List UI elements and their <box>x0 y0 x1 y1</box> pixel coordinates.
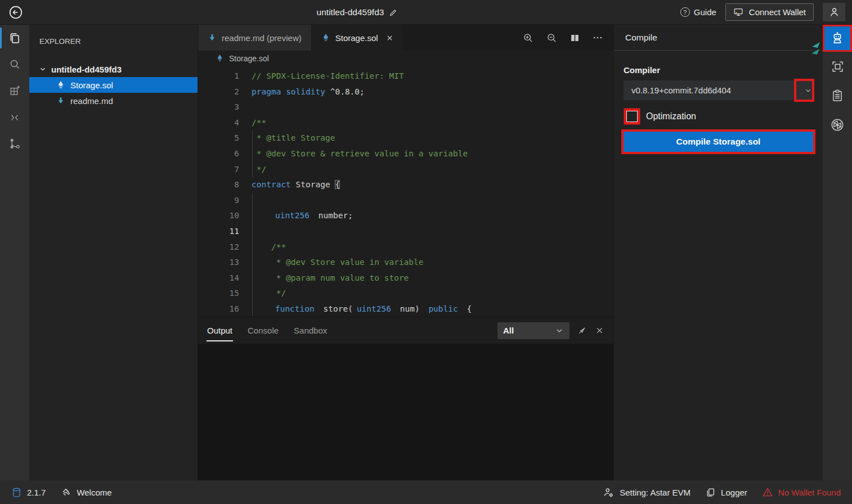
topbar: untitled-dd459fd3 ? Guide Connect Wallet <box>0 0 852 25</box>
code-line[interactable]: 14 * @param num value to store <box>198 271 613 286</box>
version-indicator[interactable]: 2.1.7 <box>11 487 46 498</box>
code-line[interactable]: 6 * @dev Store & retrieve value in a var… <box>198 146 613 162</box>
zoom-out-icon[interactable] <box>546 32 558 44</box>
code-line[interactable]: 9 <box>198 193 613 209</box>
panel-controls: All <box>497 322 604 339</box>
code-line[interactable]: 13 * @dev Store value in variable <box>198 255 613 271</box>
wallet-monitor-icon <box>733 7 744 17</box>
panel-tab-console[interactable]: Console <box>248 326 279 335</box>
files-icon <box>8 32 21 45</box>
code-line[interactable]: 7 */ <box>198 162 613 178</box>
avatar-button[interactable] <box>823 3 845 21</box>
line-content: pragma solidity ^0.8.0; <box>252 84 365 100</box>
welcome-item[interactable]: Welcome <box>60 487 111 498</box>
sidebar-item-plugins[interactable] <box>0 78 29 104</box>
guide-button[interactable]: ? Guide <box>680 7 716 17</box>
question-icon: ? <box>680 7 690 17</box>
app-window: untitled-dd459fd3 ? Guide Connect Wallet <box>0 0 852 504</box>
back-button[interactable] <box>7 3 25 21</box>
code-line[interactable]: 4/** <box>198 115 613 131</box>
line-content: /** <box>252 240 286 255</box>
line-number: 2 <box>198 84 239 100</box>
compiler-select-chevron-annotated[interactable] <box>794 79 814 102</box>
robot-compile-icon <box>830 31 845 46</box>
line-number: 5 <box>198 130 239 146</box>
breadcrumb-file: Storage.sol <box>229 54 269 63</box>
optimization-checkbox[interactable] <box>626 111 638 122</box>
clear-output-icon[interactable] <box>577 325 588 336</box>
project-title-group: untitled-dd459fd3 <box>0 0 783 24</box>
breadcrumb[interactable]: Storage.sol <box>198 51 613 66</box>
sidebar-item-source-control[interactable] <box>0 130 29 157</box>
connect-wallet-label: Connect Wallet <box>749 7 806 17</box>
panel-tab-sandbox[interactable]: Sandbox <box>294 326 327 335</box>
line-number: 7 <box>198 162 239 178</box>
explorer-header: EXPLORER <box>29 25 198 53</box>
panel-item-deploy-interact[interactable] <box>823 52 852 81</box>
root-folder-label: untitled-dd459fd3 <box>51 65 122 74</box>
tree-item-readme-md[interactable]: readme.md <box>29 93 198 109</box>
compile-button[interactable]: Compile Storage.sol <box>624 132 813 152</box>
compiler-version-value: v0.8.19+commit.7dd6d404 <box>624 86 731 95</box>
code-line[interactable]: 3 <box>198 100 613 115</box>
line-number: 4 <box>198 115 239 131</box>
sidebar-item-explorer[interactable] <box>0 25 29 51</box>
chevron-down-icon <box>804 86 812 96</box>
sidebar-item-collapse[interactable] <box>0 104 29 130</box>
line-content: /** <box>252 115 266 131</box>
file-label: Storage.sol <box>70 80 113 90</box>
optimization-option: Optimization <box>624 111 813 122</box>
left-activity-bar <box>0 25 29 480</box>
rename-pencil-icon[interactable] <box>389 8 398 17</box>
logger-item[interactable]: Logger <box>705 487 747 498</box>
file-label: readme.md <box>70 96 113 106</box>
code-line[interactable]: 12 /** <box>198 240 613 255</box>
line-content: * @title Storage <box>252 130 335 146</box>
tab-readme-md[interactable]: readme.md (preview) <box>198 25 312 51</box>
code-editor[interactable]: 1// SPDX-License-Identifier: MIT2pragma … <box>198 66 613 317</box>
panel-tab-output[interactable]: Output <box>207 326 232 335</box>
tree-root-folder[interactable]: untitled-dd459fd3 <box>29 61 198 77</box>
code-line[interactable]: 10 uint256 number; <box>198 208 613 224</box>
code-line[interactable]: 1// SPDX-License-Identifier: MIT <box>198 69 613 84</box>
project-title: untitled-dd459fd3 <box>317 7 384 17</box>
chevron-down-icon <box>39 65 47 73</box>
code-line[interactable]: 5 * @title Storage <box>198 130 613 146</box>
close-tab-icon[interactable] <box>385 34 394 42</box>
code-lines: 1// SPDX-License-Identifier: MIT2pragma … <box>198 69 613 317</box>
split-editor-icon[interactable] <box>570 33 580 43</box>
output-filter-select[interactable]: All <box>497 322 570 339</box>
zoom-in-icon[interactable] <box>522 32 534 44</box>
close-panel-icon[interactable] <box>595 326 604 335</box>
optimization-label: Optimization <box>646 111 696 122</box>
filter-value: All <box>503 326 514 335</box>
output-content <box>198 344 613 480</box>
line-content: * @dev Store value in variable <box>252 255 424 271</box>
wallet-warning[interactable]: No Wallet Found <box>762 487 841 498</box>
panel-item-report[interactable] <box>823 81 852 110</box>
code-line[interactable]: 16 function store(uint256 num) public { <box>198 302 613 317</box>
code-line[interactable]: 11 <box>198 224 613 240</box>
connect-wallet-button[interactable]: Connect Wallet <box>725 3 814 21</box>
tree-item-storage-sol[interactable]: Storage.sol <box>29 77 198 93</box>
code-line[interactable]: 15 */ <box>198 286 613 302</box>
network-setting[interactable]: Setting: Astar EVM <box>603 487 690 498</box>
sidebar-item-search[interactable] <box>0 51 29 78</box>
code-line[interactable]: 2pragma solidity ^0.8.0; <box>198 84 613 100</box>
panel-item-compile[interactable] <box>823 25 852 52</box>
markdown-icon <box>56 96 65 105</box>
compiler-version-select[interactable]: v0.8.19+commit.7dd6d404 <box>624 80 813 100</box>
line-content: */ <box>252 162 266 178</box>
tab-storage-sol[interactable]: Storage.sol <box>312 25 404 51</box>
line-number: 3 <box>198 100 239 115</box>
clipboard-icon <box>831 89 844 102</box>
editor-tabstrip: readme.md (preview) Storage.sol <box>198 25 613 51</box>
code-line[interactable]: 8contract Storage { <box>198 177 613 193</box>
person-icon <box>828 6 840 18</box>
openai-icon <box>830 118 845 132</box>
panel-item-ai-assistant[interactable] <box>823 110 852 140</box>
more-actions-icon[interactable] <box>592 32 603 43</box>
main-area: EXPLORER untitled-dd459fd3 Storage.sol <box>0 25 852 480</box>
line-number: 12 <box>198 240 239 255</box>
collapse-arrows-icon <box>8 111 21 124</box>
